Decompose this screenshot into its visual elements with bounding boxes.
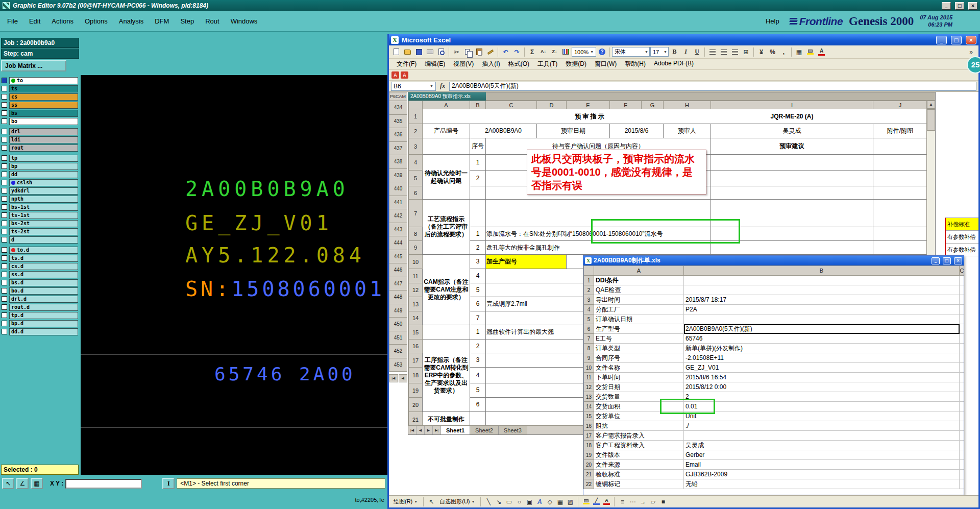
- cell[interactable]: [873, 241, 927, 255]
- layer-row[interactable]: ss: [2, 101, 78, 109]
- cell[interactable]: [960, 479, 965, 489]
- cell[interactable]: [960, 470, 965, 479]
- fill-color-icon[interactable]: [582, 499, 590, 504]
- cell[interactable]: 2: [470, 241, 486, 255]
- cell[interactable]: 10: [409, 255, 423, 269]
- layer-visibility-checkbox[interactable]: [2, 280, 7, 285]
- line-icon[interactable]: ╲: [484, 498, 493, 505]
- row-header[interactable]: 3: [584, 295, 594, 305]
- layer-name[interactable]: rout.d: [9, 304, 78, 311]
- cell[interactable]: 3: [470, 353, 486, 368]
- layer-name[interactable]: to: [9, 77, 78, 84]
- wordart-icon[interactable]: A: [535, 498, 544, 505]
- row-header[interactable]: 442: [389, 209, 407, 223]
- mto-value-cell[interactable]: 0.01: [684, 402, 960, 411]
- cell[interactable]: 14: [409, 311, 423, 325]
- layer-visibility-checkbox[interactable]: [2, 110, 7, 116]
- mto-label-cell[interactable]: 文件名称: [594, 363, 684, 373]
- toolbar-options-icon[interactable]: »: [966, 46, 976, 57]
- cell[interactable]: 预审日期: [537, 124, 610, 138]
- layer-name[interactable]: bs: [9, 110, 78, 117]
- cell[interactable]: A: [594, 266, 684, 276]
- cell[interactable]: J: [873, 101, 927, 109]
- cell[interactable]: 19: [409, 383, 423, 398]
- layer-row[interactable]: bs: [2, 109, 78, 117]
- layer-row[interactable]: ldi: [2, 136, 78, 143]
- textbox-icon[interactable]: ▣: [525, 498, 533, 505]
- cut-icon[interactable]: ✂: [451, 46, 462, 57]
- cell[interactable]: E: [567, 101, 610, 109]
- excel-menu-item[interactable]: 帮助(H): [621, 59, 649, 69]
- layer-row[interactable]: d: [2, 236, 78, 244]
- layer-name[interactable]: npth: [9, 196, 78, 203]
- font-name-select[interactable]: 宋体▼: [612, 47, 650, 57]
- menu-edit[interactable]: Edit: [29, 17, 40, 25]
- cell[interactable]: C: [486, 101, 537, 109]
- picture-icon[interactable]: ▨: [566, 498, 574, 505]
- layer-name[interactable]: tp.d: [9, 312, 78, 319]
- doc-code[interactable]: JQR-ME-20 (A): [711, 109, 873, 124]
- layer-visibility-checkbox[interactable]: [2, 155, 7, 161]
- layer-row[interactable]: cs: [2, 93, 78, 101]
- dash-style-icon[interactable]: ⋯: [628, 498, 636, 505]
- cell[interactable]: 20: [409, 398, 423, 412]
- tab-next-icon[interactable]: ▶: [425, 426, 433, 434]
- cell[interactable]: B: [470, 101, 486, 109]
- mto-value-cell[interactable]: 无铅: [684, 479, 960, 489]
- layer-visibility-checkbox[interactable]: [2, 312, 7, 318]
- layer-row[interactable]: tp.d: [2, 311, 78, 319]
- undo-icon[interactable]: ↶: [500, 46, 511, 57]
- cell[interactable]: [960, 460, 965, 470]
- row-header[interactable]: 9: [584, 353, 594, 363]
- mto-label-cell[interactable]: QAE检查: [594, 285, 684, 295]
- mto-label-cell[interactable]: 文件来源: [594, 460, 684, 470]
- measure-icon[interactable]: ∠: [16, 478, 29, 489]
- layer-visibility-checkbox[interactable]: [2, 212, 7, 218]
- tab-sheet1[interactable]: Sheet1: [441, 426, 470, 434]
- layer-name[interactable]: tp: [9, 155, 78, 162]
- mto-value-cell[interactable]: [684, 431, 960, 441]
- cell[interactable]: [423, 109, 470, 124]
- layer-name[interactable]: ts-2st: [9, 228, 78, 235]
- cell[interactable]: [960, 402, 965, 411]
- cell[interactable]: [873, 155, 927, 171]
- menu-step[interactable]: Step: [180, 17, 194, 25]
- select-mode-icon[interactable]: ↖: [2, 478, 14, 489]
- cell[interactable]: [960, 450, 965, 460]
- mto-value-cell[interactable]: ./: [684, 421, 960, 431]
- italic-button[interactable]: I: [680, 46, 691, 57]
- sort-descending-icon[interactable]: Z↓: [549, 46, 560, 57]
- layer-row[interactable]: ss.d: [2, 271, 78, 278]
- tab-first-icon[interactable]: |◀: [408, 426, 416, 434]
- mto-minimize-button[interactable]: _: [932, 257, 940, 264]
- group-label[interactable]: CAM指示（备注需要CAM注意和更改的要求）: [423, 255, 470, 325]
- layer-name[interactable]: bp.d: [9, 320, 78, 327]
- convert-to-pdf-icon[interactable]: A: [391, 71, 399, 79]
- row-header[interactable]: 18: [584, 441, 594, 450]
- row-header[interactable]: 16: [584, 421, 594, 431]
- review-window-titlebar[interactable]: 2A00B0B9A0 预审指示.xls: [408, 92, 935, 101]
- layer-row[interactable]: rout.d: [2, 303, 78, 311]
- row-header[interactable]: 14: [584, 402, 594, 411]
- layer-row[interactable]: dd: [2, 171, 78, 178]
- cell[interactable]: [960, 392, 965, 402]
- row-header[interactable]: 446: [389, 263, 407, 277]
- layer-row[interactable]: tp: [2, 154, 78, 162]
- menu-dfm[interactable]: DFM: [155, 17, 169, 25]
- menu-rout[interactable]: Rout: [205, 17, 219, 25]
- layer-row[interactable]: rout: [2, 144, 78, 152]
- layer-name[interactable]: to.d: [9, 247, 78, 254]
- cell[interactable]: 6: [470, 398, 486, 412]
- excel-menu-item[interactable]: Adobe PDF(B): [650, 59, 697, 69]
- cell[interactable]: 6: [470, 297, 486, 311]
- cam-canvas[interactable]: 2A00B0B9A0 GE_ZJ_V01 AY5.122.084 SN:1508…: [81, 75, 388, 475]
- cell[interactable]: 17: [409, 353, 423, 368]
- autosum-icon[interactable]: Σ: [527, 46, 537, 57]
- layer-name[interactable]: cs: [9, 93, 78, 101]
- row-header[interactable]: 451: [389, 331, 407, 345]
- cell[interactable]: [470, 412, 486, 426]
- cell[interactable]: [873, 138, 927, 155]
- shadow-style-icon[interactable]: ▱: [649, 498, 657, 505]
- menu-help[interactable]: Help: [766, 17, 779, 25]
- cell[interactable]: [873, 227, 927, 241]
